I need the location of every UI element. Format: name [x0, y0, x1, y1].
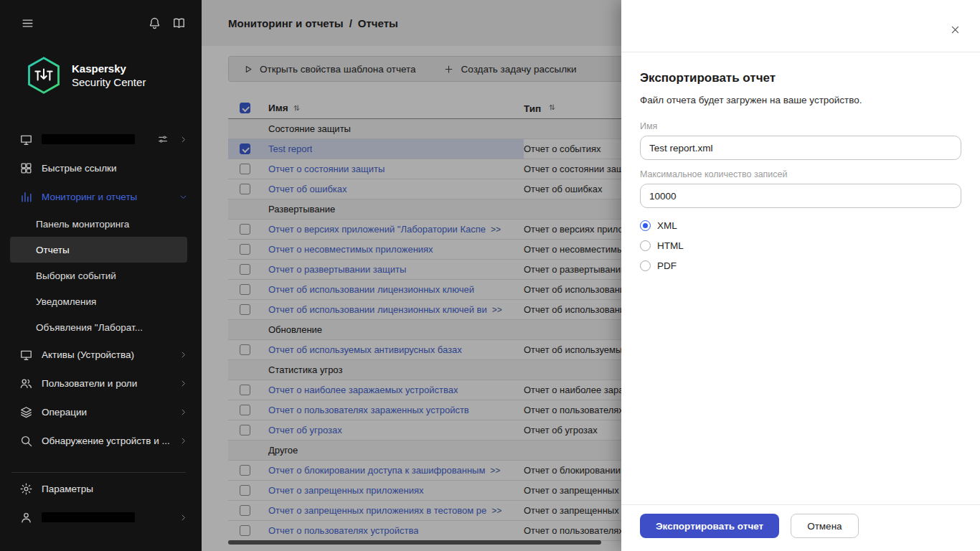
sidebar-divider: [11, 472, 186, 473]
menu-icon[interactable]: [19, 14, 36, 32]
limit-field[interactable]: [640, 184, 961, 208]
brand-line1: Kaspersky: [72, 62, 146, 76]
drawer-title: Экспортировать отчет: [640, 71, 961, 85]
bell-icon[interactable]: [146, 14, 163, 32]
radio-option-label: PDF: [657, 260, 677, 271]
sidebar-item-label: Параметры: [42, 484, 189, 494]
radio-option-label: XML: [657, 220, 677, 231]
radio-option-label: HTML: [657, 240, 684, 251]
sidebar-subitem-label: Отчеты: [36, 245, 70, 255]
drawer-footer: Экспортировать отчет Отмена: [621, 504, 980, 551]
chevron-right-icon: [178, 435, 189, 446]
chevron-right-icon: [178, 378, 189, 389]
sidebar-item-label: Активы (Устройства): [42, 349, 169, 360]
radio-icon: [640, 240, 651, 251]
sidebar-topbar: [0, 0, 202, 46]
sidebar-item-settings[interactable]: Параметры: [0, 474, 202, 503]
drawer-header: [621, 0, 980, 52]
kaspersky-logo: Kaspersky Security Center: [0, 46, 202, 95]
sidebar-item-operations[interactable]: Операции: [0, 397, 202, 426]
export-button[interactable]: Экспортировать отчет: [640, 514, 779, 538]
export-report-drawer: Экспортировать отчет Файл отчета будет з…: [621, 0, 980, 551]
sidebar-item-assets[interactable]: Активы (Устройства): [0, 340, 202, 369]
chevron-right-icon: [178, 134, 189, 145]
name-field-label: Имя: [640, 121, 961, 131]
sidebar-subitem-announcements[interactable]: Объявления "Лаборат...: [10, 314, 187, 340]
sidebar-subitem-reports[interactable]: Отчеты: [10, 237, 187, 263]
sidebar-nav: Быстрые ссылкиМониторинг и отчетыПанель …: [0, 125, 202, 532]
sidebar-subitem-label: Объявления "Лаборат...: [36, 322, 143, 333]
sidebar-item-discovery[interactable]: Обнаружение устройств и ...: [0, 426, 202, 455]
search-icon: [19, 433, 33, 448]
sidebar-item-users-roles[interactable]: Пользователи и роли: [0, 369, 202, 397]
redacted-label: [42, 134, 135, 144]
sidebar-item-label: Обнаружение устройств и ...: [42, 435, 169, 446]
chevron-right-icon: [178, 349, 189, 360]
radio-option-xml[interactable]: XML: [640, 215, 961, 235]
sidebar-subitem-label: Выборки событий: [36, 270, 116, 281]
sidebar-item-monitoring[interactable]: Мониторинг и отчеты: [0, 182, 202, 211]
sidebar-subitem-dashboard[interactable]: Панель мониторинга: [10, 211, 187, 237]
chart-icon: [19, 189, 33, 204]
sliders-icon[interactable]: [156, 133, 169, 146]
brand-line2: Security Center: [72, 75, 146, 90]
chevron-right-icon: [178, 407, 189, 418]
layers-icon: [19, 405, 33, 419]
chevron-down-icon: [178, 192, 189, 202]
brand-text: Kaspersky Security Center: [72, 62, 146, 90]
users-icon: [19, 376, 33, 390]
sidebar-item-account[interactable]: [0, 503, 202, 532]
person-icon: [19, 510, 33, 524]
grid-icon: [19, 161, 33, 175]
sidebar-item-label: Мониторинг и отчеты: [42, 192, 169, 202]
limit-field-label: Максимальное количество записей: [640, 169, 961, 179]
radio-option-html[interactable]: HTML: [640, 235, 961, 255]
drawer-description: Файл отчета будет загружен на ваше устро…: [640, 95, 961, 105]
sidebar-item-quick-links[interactable]: Быстрые ссылки: [0, 154, 202, 182]
devices-icon: [19, 347, 33, 362]
sidebar-item-server[interactable]: [0, 125, 202, 154]
gear-icon: [19, 481, 33, 496]
radio-icon: [640, 220, 651, 231]
format-radio-group: XMLHTMLPDF: [640, 215, 961, 276]
monitor-icon: [19, 132, 33, 146]
radio-icon: [640, 260, 651, 271]
sidebar-item-label: Пользователи и роли: [42, 378, 169, 389]
sidebar-subitem-label: Панель мониторинга: [36, 219, 129, 230]
kaspersky-hexagon-icon: [26, 56, 62, 95]
chevron-right-icon: [178, 512, 189, 523]
sidebar-subitem-event-selections[interactable]: Выборки событий: [10, 263, 187, 288]
sidebar-item-label: Быстрые ссылки: [42, 163, 189, 174]
sidebar-item-label: Операции: [42, 407, 169, 418]
close-icon[interactable]: [946, 20, 964, 39]
redacted-label: [42, 512, 135, 522]
docs-icon[interactable]: [170, 14, 187, 32]
drawer-body: Экспортировать отчет Файл отчета будет з…: [621, 52, 980, 504]
radio-option-pdf[interactable]: PDF: [640, 255, 961, 276]
sidebar: Kaspersky Security Center Быстрые ссылки…: [0, 0, 202, 551]
sidebar-subitem-label: Уведомления: [36, 296, 96, 307]
cancel-button[interactable]: Отмена: [791, 514, 858, 538]
sidebar-subnav: Панель мониторингаОтчетыВыборки событийУ…: [0, 211, 202, 340]
sidebar-subitem-notifications[interactable]: Уведомления: [10, 288, 187, 314]
name-field[interactable]: [640, 136, 961, 160]
